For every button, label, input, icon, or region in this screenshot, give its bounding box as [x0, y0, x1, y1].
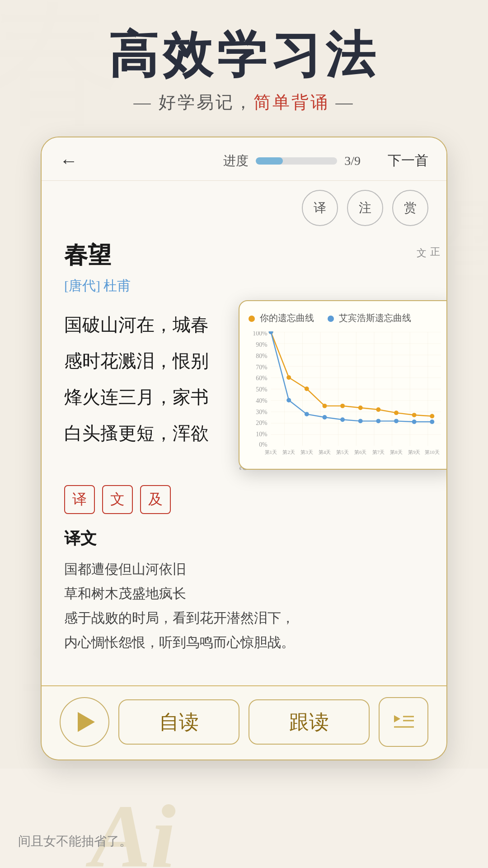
svg-point-41	[430, 420, 434, 424]
legend-dot-ebbinghaus	[328, 316, 334, 322]
legend-dot-user	[249, 316, 255, 322]
play-button[interactable]	[60, 697, 109, 747]
legend-ebbinghaus: 艾宾浩斯遗忘曲线	[328, 312, 411, 324]
annotation-btn[interactable]: 注	[347, 190, 383, 226]
tags-row: 译 文 及	[42, 485, 446, 523]
vertical-label: 正文	[415, 240, 442, 241]
main-title: 高效学习法	[0, 27, 488, 82]
svg-point-24	[305, 387, 309, 391]
toolbar: ← 进度 3/9 下一首	[42, 137, 446, 181]
svg-text:第1天: 第1天	[265, 449, 277, 455]
subtitle-suffix: —	[329, 93, 355, 112]
svg-text:30%: 30%	[256, 409, 267, 415]
progress-bar-container	[256, 157, 337, 165]
tag-ji[interactable]: 及	[140, 485, 171, 514]
svg-point-31	[430, 414, 434, 419]
svg-point-23	[286, 375, 291, 380]
svg-text:第6天: 第6天	[354, 449, 366, 455]
translation-text-4: 内心惆怅怨恨，听到鸟鸣而心惊胆战。	[64, 630, 424, 655]
svg-point-33	[286, 398, 291, 402]
svg-text:10%: 10%	[256, 431, 267, 438]
tag-wen[interactable]: 文	[102, 485, 133, 514]
svg-point-34	[305, 412, 309, 416]
translation-area: 译文 国都遭侵但山河依旧 草和树木茂盛地疯长 感于战败的时局，看到花开潜然泪下，…	[42, 523, 446, 668]
curve-legend: 你的遗忘曲线 艾宾浩斯遗忘曲线	[249, 312, 446, 324]
svg-text:第3天: 第3天	[300, 449, 313, 455]
appreciate-btn[interactable]: 赏	[392, 190, 428, 226]
progress-fraction: 3/9	[344, 154, 361, 168]
translate-btn[interactable]: 译	[302, 190, 338, 226]
svg-text:90%: 90%	[256, 341, 267, 348]
progress-bar-fill	[256, 157, 282, 165]
svg-point-28	[376, 407, 380, 412]
svg-point-40	[412, 420, 417, 424]
svg-text:80%: 80%	[256, 353, 267, 359]
svg-marker-42	[394, 715, 400, 722]
action-buttons-row: 译 注 赏	[42, 181, 446, 231]
svg-text:第9天: 第9天	[408, 449, 420, 455]
progress-section: 进度 3/9	[223, 152, 361, 170]
svg-text:50%: 50%	[256, 386, 267, 393]
svg-text:0%: 0%	[259, 441, 267, 448]
svg-text:60%: 60%	[256, 375, 267, 382]
bottom-bar: 自读 跟读	[42, 685, 446, 760]
curve-svg: 100% 90% 80% 70% 60% 50% 40% 30% 20% 10%…	[249, 331, 446, 458]
subtitle-prefix: — 好学易记，	[134, 93, 254, 112]
svg-text:第10天: 第10天	[425, 449, 440, 455]
svg-point-35	[323, 415, 327, 420]
svg-text:100%: 100%	[253, 331, 267, 337]
svg-point-26	[340, 404, 345, 408]
subtitle-highlight: 简单背诵	[253, 93, 329, 112]
tag-yi[interactable]: 译	[64, 485, 95, 514]
next-button[interactable]: 下一首	[388, 151, 428, 170]
play-icon	[78, 712, 95, 732]
svg-point-25	[323, 404, 327, 408]
svg-point-27	[358, 406, 363, 410]
translation-text-3: 感于战败的时局，看到花开潜然泪下，	[64, 606, 424, 630]
list-play-button[interactable]	[379, 697, 428, 747]
svg-text:第7天: 第7天	[372, 449, 385, 455]
ai-text: Ai	[90, 791, 176, 868]
progress-label: 进度	[223, 152, 249, 170]
translation-text-2: 草和树木茂盛地疯长	[64, 581, 424, 606]
curve-card: 你的遗忘曲线 艾宾浩斯遗忘曲线 100% 90% 80% 70% 60% 50%…	[239, 300, 447, 470]
translation-title: 译文	[64, 528, 424, 550]
svg-point-38	[376, 419, 380, 423]
svg-text:20%: 20%	[256, 420, 267, 426]
svg-point-37	[358, 419, 363, 423]
phone-card: ← 进度 3/9 下一首 译 注 赏 正文 春望 [唐代] 杜甫 国破山河在，城…	[41, 137, 447, 760]
svg-text:40%: 40%	[256, 397, 267, 404]
subtitle: — 好学易记，简单背诵 —	[0, 91, 488, 114]
svg-text:第4天: 第4天	[319, 449, 331, 455]
ai-section: Ai 间且女不能抽省了。	[0, 769, 488, 868]
poem-title: 春望	[64, 240, 424, 271]
list-play-icon	[391, 710, 416, 734]
self-read-button[interactable]: 自读	[118, 699, 239, 745]
ai-description: 间且女不能抽省了。	[18, 833, 132, 850]
header-section: 高效学习法 — 好学易记，简单背诵 —	[0, 0, 488, 127]
svg-text:70%: 70%	[256, 364, 267, 371]
legend-user: 你的遗忘曲线	[249, 312, 314, 324]
svg-text:第8天: 第8天	[390, 449, 402, 455]
svg-rect-0	[271, 332, 441, 446]
poem-author: [唐代] 杜甫	[64, 277, 424, 295]
svg-point-30	[412, 413, 417, 417]
follow-read-button[interactable]: 跟读	[249, 699, 370, 745]
svg-text:第2天: 第2天	[282, 449, 295, 455]
svg-point-29	[394, 410, 399, 415]
translation-text-1: 国都遭侵但山河依旧	[64, 557, 424, 581]
author-name: 杜甫	[103, 278, 131, 293]
svg-text:第5天: 第5天	[336, 449, 348, 455]
svg-point-39	[394, 419, 399, 423]
back-button[interactable]: ←	[60, 150, 78, 171]
svg-point-36	[340, 417, 345, 422]
dynasty-bracket: [唐代]	[64, 278, 100, 293]
